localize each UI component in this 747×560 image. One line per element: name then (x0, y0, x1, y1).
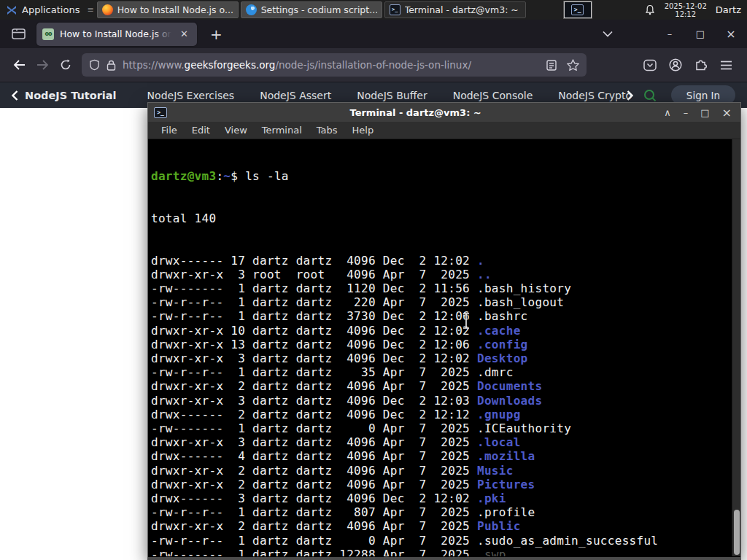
toolbar-end-icons (643, 58, 740, 71)
bookmark-star-icon[interactable] (567, 59, 579, 71)
clock[interactable]: 2025-12-02 12:12 (665, 2, 707, 18)
file-name: .local (477, 435, 521, 449)
firefox-view-button[interactable] (7, 23, 29, 45)
close-button[interactable]: × (725, 27, 737, 41)
chevron-right-icon[interactable] (627, 90, 633, 101)
file-row: -rw------- 1 dartz dartz 12288 Apr 7 202… (151, 548, 729, 556)
terminal-icon: >_ (571, 4, 584, 15)
panel-handle-icon: ≡ (87, 5, 93, 15)
prompt-command: ls -la (245, 169, 289, 183)
maximize-button[interactable]: □ (700, 107, 709, 118)
site-nav-link[interactable]: NodeJS Console (453, 90, 533, 101)
reader-view-icon[interactable] (546, 60, 557, 71)
reload-button[interactable] (54, 53, 77, 77)
site-nav-link[interactable]: NodeJS Assert (260, 90, 331, 101)
terminal-window-controls: ∧ – □ × (664, 106, 735, 120)
file-row: drwxr-xr-x 3 dartz dartz 4096 Dec 2 12:0… (151, 394, 729, 408)
menu-item-help[interactable]: Help (345, 125, 382, 136)
forward-button[interactable] (31, 53, 54, 77)
menu-item-view[interactable]: View (217, 125, 255, 136)
url-domain: geeksforgeeks.org (185, 59, 276, 71)
site-nav-link[interactable]: NodeJS Buffer (357, 90, 427, 101)
maximize-button[interactable]: □ (694, 28, 706, 39)
file-meta: drwx------ 4 dartz dartz 4096 Apr 7 2025 (151, 449, 477, 463)
menu-item-edit[interactable]: Edit (185, 125, 217, 136)
tab-title: How to Install Node.js on (60, 28, 171, 39)
file-meta: -rw-r--r-- 1 dartz dartz 220 Apr 7 2025 (151, 295, 477, 309)
taskbar-window-title: Settings - codium script... (261, 4, 377, 15)
file-row: -rw-r--r-- 1 dartz dartz 807 Apr 7 2025 … (151, 505, 729, 519)
firefox-view-icon (12, 28, 26, 40)
back-button[interactable] (7, 53, 31, 77)
terminal-window: >_ Terminal - dartz@vm3: ~ ∧ – □ × FileE… (147, 102, 741, 560)
file-meta: -rw------- 1 dartz dartz 0 Apr 7 2025 (151, 421, 477, 435)
file-name: .bash_logout (477, 295, 564, 309)
terminal-body[interactable]: dartz@vm3:~$ ls -la total 140 drwx------… (148, 139, 740, 556)
shade-button[interactable]: ∧ (664, 107, 671, 118)
taskbar-window-vscodium[interactable]: Settings - codium script... (241, 1, 382, 18)
file-meta: drwx------ 2 dartz dartz 4096 Dec 2 12:1… (151, 408, 477, 421)
file-name: .sudo_as_admin_successful (477, 534, 658, 548)
applications-menu-button[interactable]: Applications (0, 0, 85, 20)
tab-close-icon[interactable]: ✕ (177, 27, 191, 41)
file-name: Documents (477, 379, 542, 393)
file-name: Music (477, 464, 514, 478)
taskbar-status-area: 2025-12-02 12:12 Dartz (644, 2, 747, 18)
pocket-icon[interactable] (643, 59, 657, 71)
site-nav-link[interactable]: NodeJS Exercises (147, 90, 235, 101)
file-row: -rw------- 1 dartz dartz 1120 Dec 2 11:5… (151, 281, 729, 295)
menu-item-file[interactable]: File (154, 125, 185, 136)
lock-icon[interactable] (107, 60, 116, 71)
taskbar-window-terminal[interactable]: >_Terminal - dartz@vm3: ~ (384, 1, 526, 18)
terminal-scrollbar[interactable] (732, 139, 740, 556)
file-name: .dmrc (477, 365, 514, 379)
file-meta: -rw-r--r-- 1 dartz dartz 0 Apr 7 2025 (151, 534, 477, 548)
taskbar-window-title: How to Install Node.js o... (117, 4, 233, 15)
file-meta: -rw-r--r-- 1 dartz dartz 3730 Dec 2 12:0… (151, 309, 477, 323)
terminal-titlebar[interactable]: >_ Terminal - dartz@vm3: ~ ∧ – □ × (148, 103, 740, 122)
prompt-user-host: dartz@vm3 (151, 169, 216, 183)
close-button[interactable]: × (722, 106, 732, 120)
tray-area: >_ (564, 1, 592, 18)
file-meta: drwxr-xr-x 3 dartz dartz 4096 Dec 2 12:0… (151, 351, 477, 365)
navigation-toolbar: https://www.geeksforgeeks.org/node-js/in… (0, 48, 747, 82)
file-meta: -rw------- 1 dartz dartz 1120 Dec 2 11:5… (151, 281, 477, 295)
file-meta: -rw-r--r-- 1 dartz dartz 35 Apr 7 2025 (151, 365, 477, 379)
ibeam-cursor-icon (462, 313, 471, 329)
file-meta: drwx------ 17 dartz dartz 4096 Dec 2 12:… (151, 254, 477, 268)
prompt-cwd: ~ (223, 169, 231, 183)
tab-bar: oo How to Install Node.js on ✕ + – □ × (0, 20, 747, 48)
file-name: .config (477, 338, 528, 351)
menu-hamburger-icon[interactable] (720, 61, 732, 70)
terminal-icon: >_ (154, 107, 167, 118)
minimize-button[interactable]: – (684, 107, 689, 118)
site-nav-items: NodeJS ExercisesNodeJS AssertNodeJS Buff… (147, 90, 646, 101)
scrollbar-thumb[interactable] (734, 510, 740, 555)
new-tab-button[interactable]: + (206, 26, 227, 43)
vscodium-icon (246, 4, 257, 15)
tracking-shield-icon[interactable] (89, 59, 100, 71)
window-controls: – □ × (603, 27, 743, 41)
site-nav-link[interactable]: NodeJS Crypto (558, 90, 632, 101)
taskbar-window-firefox[interactable]: How to Install Node.js o... (97, 1, 239, 18)
file-row: drwx------ 4 dartz dartz 4096 Apr 7 2025… (151, 449, 729, 463)
file-name: . (477, 254, 484, 268)
menu-item-terminal[interactable]: Terminal (255, 125, 309, 136)
url-bar[interactable]: https://www.geeksforgeeks.org/node-js/in… (82, 53, 587, 77)
list-all-tabs-button[interactable] (603, 31, 613, 37)
file-meta: drwxr-xr-x 13 dartz dartz 4096 Dec 2 12:… (151, 338, 477, 351)
clock-time: 12:12 (665, 10, 707, 18)
prompt-colon: : (216, 169, 223, 183)
user-menu[interactable]: Dartz (716, 4, 741, 15)
extensions-icon[interactable] (694, 58, 708, 71)
browser-tab[interactable]: oo How to Install Node.js on ✕ (36, 23, 197, 46)
prompt-line: dartz@vm3:~$ ls -la (151, 169, 729, 183)
notification-bell-icon[interactable] (644, 4, 656, 16)
minimize-button[interactable]: – (664, 28, 676, 39)
nav-back-link[interactable]: NodeJS Tutorial (12, 90, 117, 101)
search-button[interactable] (643, 89, 657, 102)
tray-terminal-launcher[interactable]: >_ (564, 1, 592, 18)
file-row: -rw-r--r-- 1 dartz dartz 0 Apr 7 2025 .s… (151, 534, 729, 548)
menu-item-tabs[interactable]: Tabs (309, 125, 345, 136)
account-icon[interactable] (669, 58, 682, 71)
